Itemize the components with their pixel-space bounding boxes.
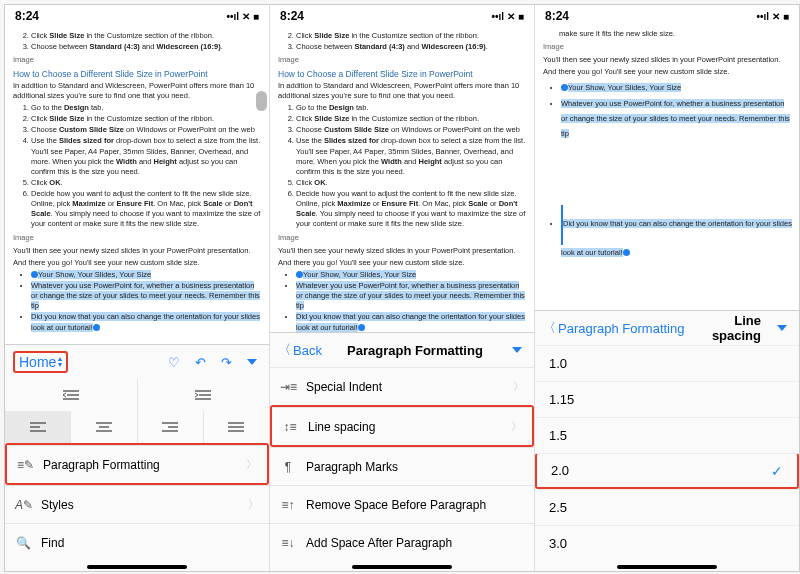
- spacing-option-1-5[interactable]: 1.5: [535, 417, 799, 453]
- chevron-right-icon: 〉: [248, 497, 259, 512]
- selected-list: Your Show, Your Slides, Your Size Whatev…: [13, 270, 263, 333]
- selected-list-end: Did you know that you can also change th…: [543, 205, 793, 260]
- align-justify-button[interactable]: [204, 411, 269, 443]
- paragraph-formatting-row[interactable]: ≡✎ Paragraph Formatting 〉: [7, 445, 267, 483]
- intro-text: In addition to Standard and Widescreen, …: [13, 81, 263, 101]
- align-center-button[interactable]: [71, 411, 137, 443]
- pane-paragraph-formatting: 8:24 ••ıl✕■ Click Slide Size in the Cust…: [270, 5, 535, 571]
- pane-home: 8:24 ••ıl✕■ Click Slide Size in the Cust…: [5, 5, 270, 571]
- spacing-option-1-15[interactable]: 1.15: [535, 381, 799, 417]
- back-button[interactable]: 〈Paragraph Formatting: [543, 319, 684, 337]
- selection-start-handle[interactable]: [561, 84, 568, 91]
- panel-title: Paragraph Formatting: [330, 343, 500, 358]
- home-indicator[interactable]: [352, 565, 452, 569]
- selection-end-handle[interactable]: [358, 324, 365, 331]
- ribbon: Home▴▾ ♡ ↶ ↷ ≡✎ Paragraph Formatting 〉 A…: [5, 344, 269, 571]
- ribbon-collapse-icon[interactable]: [773, 319, 791, 337]
- chevron-left-icon: 〈: [278, 341, 291, 359]
- special-indent-row[interactable]: ⇥≡ Special Indent 〉: [270, 367, 534, 405]
- ribbon-collapse-icon[interactable]: [243, 353, 261, 371]
- styles-row[interactable]: A✎ Styles 〉: [5, 485, 269, 523]
- time: 8:24: [15, 9, 39, 23]
- panel-subtitle: Line spacing: [692, 313, 765, 343]
- status-bar: 8:24 ••ıl✕■: [270, 5, 534, 27]
- selection-start-handle[interactable]: [296, 271, 303, 278]
- spacing-option-1-0[interactable]: 1.0: [535, 345, 799, 381]
- undo-icon[interactable]: ↶: [191, 353, 209, 371]
- styles-icon: A✎: [15, 498, 31, 512]
- selected-list: Your Show, Your Slides, Your Size Whatev…: [543, 80, 793, 141]
- selection-end-handle[interactable]: [623, 249, 630, 256]
- back-button[interactable]: 〈Back: [278, 341, 322, 359]
- selection-start-handle[interactable]: [31, 271, 38, 278]
- pane-line-spacing: 8:24 ••ıl✕■ make sure it fits the new sl…: [535, 5, 799, 571]
- screenshot-triptych: 8:24 ••ıl✕■ Click Slide Size in the Cust…: [4, 4, 800, 572]
- spacing-option-2-0[interactable]: 2.0✓: [535, 453, 799, 489]
- line-spacing-icon: ↕≡: [282, 420, 298, 434]
- paragraph-formatting-icon: ≡✎: [17, 458, 33, 472]
- pilcrow-icon: ¶: [280, 460, 296, 474]
- increase-indent-button[interactable]: [138, 379, 270, 411]
- search-icon: 🔍: [15, 536, 31, 550]
- line-spacing-row[interactable]: ↕≡ Line spacing 〉: [272, 407, 532, 445]
- home-tab-button[interactable]: Home▴▾: [13, 351, 68, 373]
- indent-row: [5, 379, 269, 411]
- align-left-button[interactable]: [5, 411, 71, 443]
- align-right-button[interactable]: [138, 411, 204, 443]
- remove-space-icon: ≡↑: [280, 498, 296, 512]
- status-bar: 8:24 ••ıl✕■: [5, 5, 269, 27]
- lightbulb-icon[interactable]: ♡: [165, 353, 183, 371]
- home-indicator[interactable]: [617, 565, 717, 569]
- document-body: Click Slide Size in the Customize sectio…: [5, 27, 269, 344]
- selected-list: Your Show, Your Slides, Your Size Whatev…: [278, 270, 528, 332]
- paragraph-marks-row[interactable]: ¶ Paragraph Marks: [270, 447, 534, 485]
- decrease-indent-button[interactable]: [5, 379, 138, 411]
- special-indent-icon: ⇥≡: [280, 380, 296, 394]
- image-label: Image: [13, 55, 263, 65]
- spacing-option-3-0[interactable]: 3.0: [535, 525, 799, 561]
- status-bar: 8:24 ••ıl✕■: [535, 5, 799, 27]
- battery-icon: ■: [253, 11, 259, 22]
- home-indicator[interactable]: [87, 565, 187, 569]
- check-icon: ✓: [771, 463, 783, 479]
- ribbon-collapse-icon[interactable]: [508, 341, 526, 359]
- add-space-after-row[interactable]: ≡↓ Add Space After Paragraph: [270, 523, 534, 561]
- redo-icon[interactable]: ↷: [217, 353, 235, 371]
- add-space-icon: ≡↓: [280, 536, 296, 550]
- status-icons: ••ıl✕■: [226, 11, 259, 22]
- document-body: Click Slide Size in the Customize sectio…: [270, 27, 534, 332]
- chevron-right-icon: 〉: [246, 457, 257, 472]
- heading: How to Choose a Different Slide Size in …: [13, 69, 263, 80]
- align-row: [5, 411, 269, 443]
- selection-end-handle[interactable]: [93, 324, 100, 331]
- remove-space-before-row[interactable]: ≡↑ Remove Space Before Paragraph: [270, 485, 534, 523]
- document-body: make sure it fits the new slide size. Im…: [535, 27, 799, 310]
- spacing-option-2-5[interactable]: 2.5: [535, 489, 799, 525]
- chevron-left-icon: 〈: [543, 319, 556, 337]
- scroll-thumb[interactable]: [256, 91, 267, 111]
- find-row[interactable]: 🔍 Find: [5, 523, 269, 561]
